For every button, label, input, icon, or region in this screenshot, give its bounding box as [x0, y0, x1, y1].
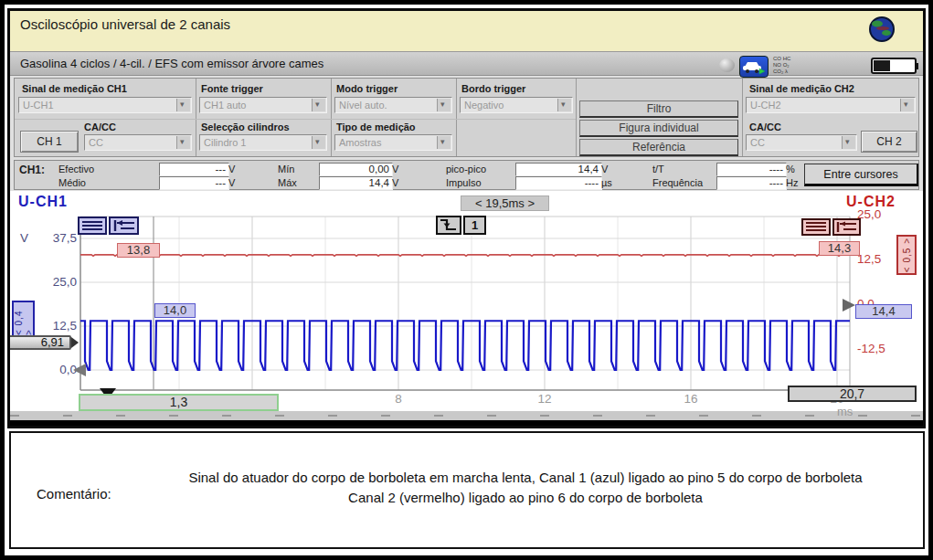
divider — [15, 119, 576, 120]
trigger-channel-button[interactable]: 1 — [463, 216, 486, 235]
page-title: Osciloscópio universal de 2 canais — [20, 16, 230, 32]
between-cursors-button[interactable]: Entre cursores — [804, 164, 918, 186]
ch2-cacc-select[interactable]: CC — [746, 134, 857, 151]
pico-value: 14,4 — [515, 163, 602, 176]
chevron-down-icon[interactable] — [312, 136, 325, 149]
reference-button[interactable]: Referência — [579, 139, 738, 156]
pico-label: pico-pico — [446, 164, 486, 174]
chevron-down-icon[interactable] — [842, 136, 855, 149]
freq-label: Frequência — [652, 177, 703, 188]
trigger-mode-select[interactable]: Nível auto. — [334, 97, 452, 113]
battery-terminal — [916, 63, 918, 69]
ch2-cacc-label: CA/CC — [749, 122, 781, 132]
battery-icon[interactable] — [871, 58, 917, 74]
trigger-edge-label: Bordo trigger — [461, 83, 525, 94]
cursor2-time-box[interactable]: 20,7 — [788, 386, 917, 402]
trigger-edge-select[interactable]: Negativo — [460, 97, 573, 113]
ch2-signal-select[interactable]: U-CH2 — [746, 97, 916, 113]
impulso-value: ---- — [515, 176, 602, 190]
comment-line2: Canal 2 (vermelho) ligado ao pino 6 do c… — [348, 490, 703, 505]
channel-label: CH1: — [19, 164, 45, 176]
max-value: 14,4 — [319, 176, 393, 190]
trigger-source-select[interactable]: CH1 auto — [199, 97, 327, 113]
unit: V — [392, 164, 398, 174]
chevron-down-icon[interactable] — [437, 136, 451, 149]
ch1-cacc-label: CA/CC — [84, 122, 116, 132]
ch1-signal-label: Sinal de medição CH1 — [22, 83, 127, 94]
ch1-menu-icon[interactable] — [78, 217, 107, 235]
filter-button[interactable]: Filtro — [579, 100, 738, 118]
chevron-down-icon[interactable] — [900, 99, 914, 111]
trigger-source-value: CH1 auto — [204, 100, 246, 111]
tt-value: ---- — [716, 163, 787, 176]
ch2-button[interactable]: CH 2 — [861, 131, 917, 153]
freq-value: ---- — [716, 176, 787, 190]
divider — [331, 79, 332, 156]
chevron-down-icon[interactable] — [437, 99, 451, 111]
ch1-signal-value: U-CH1 — [23, 100, 54, 111]
unit: Hz — [786, 177, 798, 188]
ch2-signal-label: Sinal de medição CH2 — [749, 83, 854, 94]
comment-box: Comentário: Sinal do atuador do corpo de… — [9, 431, 925, 549]
ch1-scale-value: < 0,4 > — [14, 302, 34, 335]
impulso-label: Impulso — [446, 177, 482, 188]
trigger-edge-value: Negativo — [464, 100, 504, 111]
unit: µs — [601, 177, 612, 188]
ch2-menu-icon[interactable] — [801, 218, 831, 236]
emissions-line: CO₂ λ — [773, 69, 788, 74]
comment-text: Sinal do atuador do corpo de borboleta e… — [139, 468, 912, 508]
unit: % — [786, 164, 795, 174]
single-shot-button[interactable]: Figura individual — [579, 120, 738, 137]
status-sphere-icon[interactable] — [719, 58, 735, 72]
ch1-zero-marker[interactable] — [73, 364, 86, 376]
ch1-trace — [80, 321, 850, 370]
chevron-down-icon[interactable] — [176, 136, 190, 149]
efectivo-value: --- — [159, 163, 229, 176]
cylinder-select-label: Selecção cilindros — [201, 122, 290, 132]
control-panel: Sinal de medição CH1 U-CH1 CA/CC CH 1 CC… — [14, 78, 919, 157]
battery-fill — [874, 60, 890, 71]
trigger-mode-label: Modo trigger — [336, 83, 398, 94]
ch1-signal-select[interactable]: U-CH1 — [18, 97, 192, 113]
ch2-scale-spinner[interactable]: < 0,5 > — [896, 235, 917, 275]
measure-type-select[interactable]: Amostras — [334, 134, 452, 151]
min-value: 0,00 — [319, 163, 393, 176]
ch1-cacc-select[interactable]: CC — [84, 134, 192, 151]
oscilloscope-app: Osciloscópio universal de 2 canais Gasol… — [0, 0, 933, 560]
window-bottom-bar — [7, 420, 926, 428]
medio-value: --- — [159, 176, 229, 190]
timebase-control[interactable]: < 19,5ms > — [461, 195, 549, 211]
cursor1-time-box[interactable]: 1,3 — [79, 394, 279, 411]
vehicle-selection: Gasolina 4 ciclos / 4-cil. / EFS com emi… — [20, 57, 323, 70]
globe-icon[interactable] — [868, 16, 896, 47]
tt-label: t/T — [652, 164, 664, 174]
emissions-line: NO O₂ — [773, 62, 790, 68]
min-label: Mín — [278, 164, 294, 174]
ch2-zero-marker[interactable] — [843, 299, 855, 312]
chevron-down-icon[interactable] — [557, 99, 571, 111]
trigger-edge-icon[interactable] — [436, 216, 461, 235]
emissions-line: CO HC — [773, 56, 790, 61]
trigger-level-marker[interactable]: 6,91 — [7, 335, 71, 350]
unit: V — [601, 164, 608, 174]
cylinder-select[interactable]: Cilindro 1 — [199, 134, 327, 151]
divider — [742, 79, 743, 156]
unit: V — [392, 177, 398, 188]
ch2-cacc-value: CC — [750, 137, 765, 148]
measure-type-label: Tipo de medição — [336, 122, 416, 132]
unit: V — [228, 177, 235, 188]
emissions-icon[interactable]: CO HC NO O₂ CO₂ λ — [773, 56, 790, 75]
comment-label: Comentário: — [37, 486, 111, 502]
trigger-mode-value: Nível auto. — [339, 100, 387, 111]
ch1-adjust-icon[interactable] — [109, 217, 139, 235]
ch2-signal-value: U-CH2 — [750, 100, 781, 111]
comment-line1: Sinal do atuador do corpo de borboleta e… — [188, 470, 862, 485]
ch2-adjust-icon[interactable] — [832, 218, 861, 236]
chevron-down-icon[interactable] — [176, 99, 190, 111]
car-diagnosis-icon[interactable] — [739, 56, 769, 78]
measure-type-value: Amostras — [339, 137, 381, 148]
divider — [196, 79, 196, 156]
ch1-button[interactable]: CH 1 — [20, 131, 79, 153]
chevron-down-icon[interactable] — [312, 99, 325, 111]
ch1-scale-spinner[interactable]: < 0,4 > — [12, 301, 35, 337]
